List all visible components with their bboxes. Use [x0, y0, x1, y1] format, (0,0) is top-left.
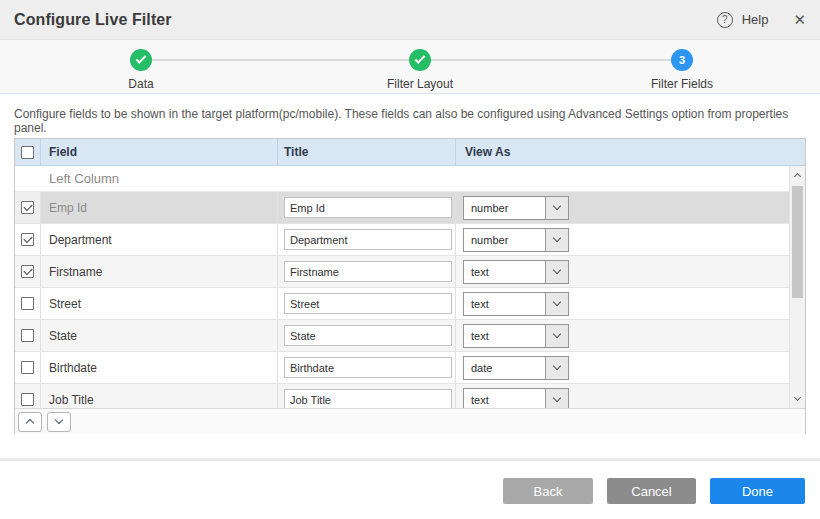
row-field-cell: Birthdate [41, 352, 278, 383]
view-as-value: number [464, 197, 545, 219]
header-title: Title [278, 139, 456, 165]
row-checkbox-cell [15, 192, 41, 223]
header-view-as: View As [456, 139, 805, 165]
chevron-up-icon [26, 419, 34, 427]
row-checkbox[interactable] [21, 329, 34, 342]
footer-actions: Back Cancel Done [503, 478, 805, 504]
row-view-cell: text [456, 320, 789, 351]
wizard-stepper: Data Filter Layout 3 Filter Fields [0, 40, 820, 94]
row-field-cell: Department [41, 224, 278, 255]
title-input[interactable] [284, 357, 452, 378]
view-as-select[interactable]: text [463, 292, 569, 316]
title-input[interactable] [284, 293, 452, 314]
help-button[interactable]: Help [742, 12, 769, 27]
row-title-cell [278, 288, 456, 319]
configure-live-filter-dialog: Configure Live Filter ? Help ✕ Data Filt… [0, 0, 820, 519]
row-checkbox-cell [15, 352, 41, 383]
row-checkbox[interactable] [21, 233, 34, 246]
table-row[interactable]: Birthdate date [15, 352, 789, 384]
back-button[interactable]: Back [503, 478, 593, 504]
chevron-down-icon [545, 229, 568, 251]
table-row[interactable]: Emp Id number [15, 192, 789, 224]
step-label: Data [128, 77, 153, 91]
table-row[interactable]: Department number [15, 224, 789, 256]
table-row[interactable]: State text [15, 320, 789, 352]
titlebar-actions: ? Help ✕ [717, 12, 806, 28]
table-row[interactable]: Job Title text [15, 384, 789, 408]
view-as-select[interactable]: number [463, 196, 569, 220]
title-input[interactable] [284, 261, 452, 282]
row-checkbox[interactable] [21, 201, 34, 214]
view-as-value: text [464, 293, 545, 315]
field-label: Birthdate [49, 361, 97, 375]
row-field-cell: State [41, 320, 278, 351]
scrollbar-thumb[interactable] [792, 186, 803, 298]
group-row-left-column: Left Column [15, 166, 789, 192]
title-input[interactable] [284, 229, 452, 250]
header-field: Field [41, 139, 278, 165]
field-label: Emp Id [49, 201, 87, 215]
field-label: Job Title [49, 393, 94, 407]
title-input[interactable] [284, 325, 452, 346]
scroll-down-icon[interactable] [790, 391, 805, 407]
field-label: Department [49, 233, 112, 247]
done-button[interactable]: Done [710, 478, 805, 504]
header-checkbox-cell [15, 139, 41, 165]
table-row[interactable]: Street text [15, 288, 789, 320]
table-footer [15, 408, 805, 434]
view-as-value: text [464, 325, 545, 347]
view-as-select[interactable]: text [463, 324, 569, 348]
row-view-cell: date [456, 352, 789, 383]
chevron-down-icon [545, 261, 568, 283]
row-title-cell [278, 320, 456, 351]
scroll-up-icon[interactable] [790, 167, 805, 183]
row-checkbox-cell [15, 384, 41, 408]
move-down-button[interactable] [47, 412, 71, 432]
row-field-cell: Street [41, 288, 278, 319]
help-icon[interactable]: ? [717, 12, 733, 28]
fields-table: Field Title View As Left Column Emp Id n… [14, 138, 806, 434]
row-checkbox[interactable] [21, 265, 34, 278]
description-text: Configure fields to be shown in the targ… [14, 107, 806, 135]
table-row[interactable]: Firstname text [15, 256, 789, 288]
row-view-cell: text [456, 288, 789, 319]
chevron-down-icon [545, 389, 568, 409]
step-number: 3 [679, 54, 685, 66]
title-input[interactable] [284, 197, 452, 218]
select-all-checkbox[interactable] [21, 146, 34, 159]
row-checkbox[interactable] [21, 361, 34, 374]
move-up-button[interactable] [18, 412, 42, 432]
view-as-select[interactable]: date [463, 356, 569, 380]
row-checkbox-cell [15, 288, 41, 319]
step-label: Filter Fields [651, 77, 713, 91]
row-field-cell: Firstname [41, 256, 278, 287]
row-title-cell [278, 384, 456, 408]
row-checkbox-cell [15, 320, 41, 351]
step-complete-icon [409, 49, 431, 71]
vertical-scrollbar[interactable] [789, 166, 805, 408]
row-title-cell [278, 352, 456, 383]
chevron-down-icon [545, 325, 568, 347]
row-view-cell: number [456, 224, 789, 255]
cancel-button[interactable]: Cancel [607, 478, 696, 504]
step-active-icon: 3 [671, 49, 693, 71]
view-as-value: number [464, 229, 545, 251]
close-icon[interactable]: ✕ [793, 12, 806, 27]
chevron-down-icon [545, 293, 568, 315]
field-label: Street [49, 297, 81, 311]
row-checkbox[interactable] [21, 297, 34, 310]
page-title: Configure Live Filter [14, 11, 172, 29]
row-checkbox-cell [15, 256, 41, 287]
row-view-cell: number [456, 192, 789, 223]
chevron-down-icon [55, 416, 63, 424]
row-title-cell [278, 192, 456, 223]
row-checkbox[interactable] [21, 393, 34, 406]
view-as-select[interactable]: text [463, 260, 569, 284]
view-as-select[interactable]: text [463, 388, 569, 409]
view-as-select[interactable]: number [463, 228, 569, 252]
check-icon [415, 53, 426, 64]
title-input[interactable] [284, 389, 452, 408]
row-view-cell: text [456, 256, 789, 287]
step-complete-icon [130, 49, 152, 71]
chevron-down-icon [545, 197, 568, 219]
